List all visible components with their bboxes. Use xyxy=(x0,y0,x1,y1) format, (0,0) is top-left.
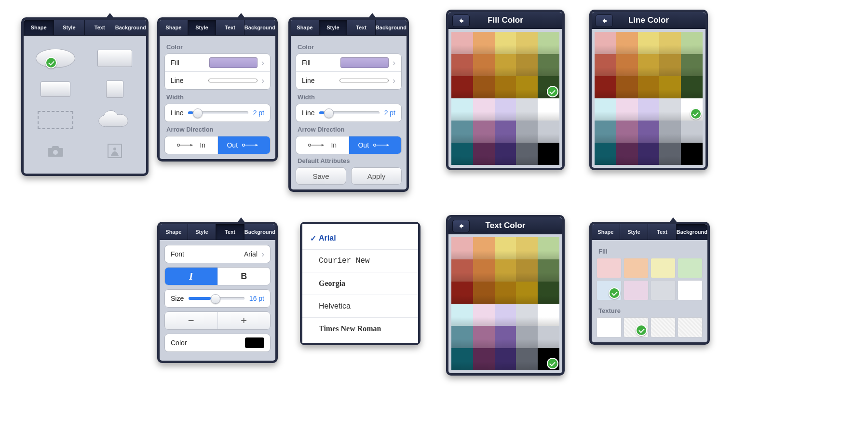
font-option[interactable]: Georgia xyxy=(302,272,418,295)
shape-oval[interactable] xyxy=(32,46,78,70)
arrow-out-button[interactable]: Out xyxy=(218,136,271,154)
tab-style[interactable]: Style xyxy=(319,20,348,35)
color-swatch[interactable] xyxy=(516,76,538,98)
color-row[interactable]: Color xyxy=(165,334,270,351)
tab-shape[interactable]: Shape xyxy=(160,20,188,35)
color-swatch[interactable] xyxy=(538,143,559,165)
color-swatch[interactable] xyxy=(451,121,473,143)
color-swatch[interactable] xyxy=(538,237,559,259)
color-swatch[interactable] xyxy=(638,32,660,54)
apply-button[interactable]: Apply xyxy=(351,167,402,185)
back-button[interactable] xyxy=(452,220,470,232)
back-button[interactable] xyxy=(596,14,613,27)
line-row[interactable]: Line › xyxy=(296,71,401,89)
color-swatch[interactable] xyxy=(638,54,660,76)
color-swatch[interactable] xyxy=(495,259,516,282)
color-swatch[interactable] xyxy=(659,121,681,143)
color-swatch[interactable] xyxy=(595,98,616,121)
color-swatch[interactable] xyxy=(451,282,473,304)
color-swatch[interactable] xyxy=(538,32,559,54)
color-swatch[interactable] xyxy=(516,32,538,54)
tab-style[interactable]: Style xyxy=(188,20,217,35)
color-swatch[interactable] xyxy=(595,32,616,54)
tab-style[interactable]: Style xyxy=(54,20,84,35)
bg-fill-swatch[interactable] xyxy=(624,258,649,278)
arrow-in-button[interactable]: In xyxy=(296,136,349,154)
color-swatch[interactable] xyxy=(451,54,473,76)
color-swatch[interactable] xyxy=(681,121,703,143)
color-swatch[interactable] xyxy=(516,143,538,165)
color-swatch[interactable] xyxy=(595,54,616,76)
tab-text[interactable]: Text xyxy=(648,224,677,240)
color-swatch[interactable] xyxy=(538,304,559,326)
color-swatch[interactable] xyxy=(681,143,703,165)
back-button[interactable] xyxy=(452,14,470,27)
color-swatch[interactable] xyxy=(495,304,516,326)
tab-text[interactable]: Text xyxy=(216,20,244,35)
tab-background[interactable]: Background xyxy=(244,224,275,240)
tab-background[interactable]: Background xyxy=(244,20,275,35)
color-swatch[interactable] xyxy=(538,54,559,76)
tab-style[interactable]: Style xyxy=(620,224,649,240)
color-swatch[interactable] xyxy=(451,304,473,326)
color-swatch[interactable] xyxy=(659,98,681,121)
color-swatch[interactable] xyxy=(451,326,473,348)
color-swatch[interactable] xyxy=(451,143,473,165)
increment-button[interactable]: + xyxy=(218,312,271,329)
color-swatch[interactable] xyxy=(473,32,495,54)
color-swatch[interactable] xyxy=(595,121,616,143)
color-swatch[interactable] xyxy=(451,32,473,54)
shape-picture[interactable] xyxy=(92,139,137,163)
font-option[interactable]: Courier New xyxy=(302,250,418,272)
italic-button[interactable]: I xyxy=(165,268,218,285)
color-swatch[interactable] xyxy=(638,143,660,165)
shape-camera[interactable] xyxy=(32,139,78,163)
color-swatch[interactable] xyxy=(473,259,495,282)
shape-rect[interactable] xyxy=(92,46,137,70)
shape-cloud[interactable] xyxy=(92,108,137,132)
color-swatch[interactable] xyxy=(495,237,516,259)
color-swatch[interactable] xyxy=(638,76,660,98)
color-swatch[interactable] xyxy=(495,143,516,165)
color-swatch[interactable] xyxy=(595,143,616,165)
color-swatch[interactable] xyxy=(638,121,660,143)
shape-rect-small[interactable] xyxy=(32,77,78,101)
fill-row[interactable]: Fill › xyxy=(296,54,401,71)
color-swatch[interactable] xyxy=(451,348,473,370)
color-swatch[interactable] xyxy=(616,143,638,165)
color-swatch[interactable] xyxy=(538,121,559,143)
color-swatch[interactable] xyxy=(473,326,495,348)
color-swatch[interactable] xyxy=(595,76,616,98)
color-swatch[interactable] xyxy=(681,54,703,76)
line-row[interactable]: Line › xyxy=(165,71,270,89)
color-swatch[interactable] xyxy=(538,98,559,121)
font-option[interactable]: Times New Roman xyxy=(302,318,418,340)
color-swatch[interactable] xyxy=(495,98,516,121)
color-swatch[interactable] xyxy=(473,237,495,259)
arrow-out-button[interactable]: Out xyxy=(349,136,402,154)
tab-shape[interactable]: Shape xyxy=(291,20,319,35)
tab-text[interactable]: Text xyxy=(85,20,115,35)
font-row[interactable]: Font Arial › xyxy=(165,245,270,263)
bold-button[interactable]: B xyxy=(218,268,271,285)
color-swatch[interactable] xyxy=(495,54,516,76)
color-swatch[interactable] xyxy=(516,121,538,143)
bg-fill-swatch[interactable] xyxy=(678,280,703,300)
color-swatch[interactable] xyxy=(616,98,638,121)
color-swatch[interactable] xyxy=(681,98,703,121)
tab-shape[interactable]: Shape xyxy=(160,224,188,240)
arrow-in-button[interactable]: In xyxy=(165,136,218,154)
color-swatch[interactable] xyxy=(495,282,516,304)
color-swatch[interactable] xyxy=(473,54,495,76)
color-swatch[interactable] xyxy=(538,76,559,98)
decrement-button[interactable]: − xyxy=(165,312,218,329)
color-swatch[interactable] xyxy=(516,54,538,76)
color-swatch[interactable] xyxy=(659,32,681,54)
save-button[interactable]: Save xyxy=(296,167,346,185)
bg-fill-swatch[interactable] xyxy=(651,280,676,300)
color-swatch[interactable] xyxy=(616,121,638,143)
font-option[interactable]: Helvetica xyxy=(302,295,418,318)
font-option[interactable]: ✓Arial xyxy=(302,227,418,250)
width-slider[interactable] xyxy=(188,108,248,117)
color-swatch[interactable] xyxy=(616,54,638,76)
